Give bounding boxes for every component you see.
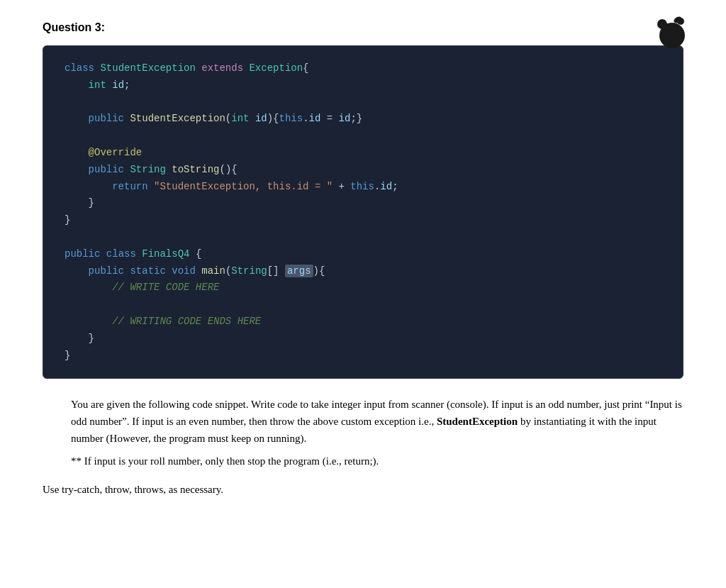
code-line-blank4	[65, 296, 661, 314]
code-line-14: // WRITE CODE HERE	[65, 279, 661, 296]
code-line-4: public StudentException(int id){this.id …	[65, 111, 661, 128]
code-line-blank2	[65, 128, 661, 145]
code-line-blank3	[65, 229, 661, 246]
code-line-2: int id;	[65, 77, 661, 94]
code-line-13: public static void main(String[] args){	[65, 263, 661, 280]
code-line-16: // WRITING CODE ENDS HERE	[65, 314, 661, 331]
code-line-8: return "StudentException, this.id = " + …	[65, 179, 661, 196]
description-para2: ** If input is your roll number, only th…	[71, 453, 683, 470]
code-line-18: }	[65, 348, 661, 365]
code-line-1: class StudentException extends Exception…	[65, 60, 661, 77]
footer-text: Use try-catch, throw, throws, as necessa…	[43, 481, 683, 498]
code-line-7: public String toString(){	[65, 162, 661, 179]
svg-point-1	[657, 19, 667, 29]
code-line-9: }	[65, 195, 661, 212]
code-line-6: @Override	[65, 145, 661, 162]
code-line-17: }	[65, 331, 661, 348]
logo	[654, 14, 691, 51]
code-line-10: }	[65, 212, 661, 229]
code-line-12: public class FinalsQ4 {	[65, 246, 661, 263]
question-label: Question 3:	[43, 21, 683, 34]
description-para1: You are given the following code snippet…	[71, 396, 683, 447]
code-block: class StudentException extends Exception…	[43, 45, 683, 379]
code-line-blank1	[65, 94, 661, 111]
description-block: You are given the following code snippet…	[71, 396, 683, 470]
